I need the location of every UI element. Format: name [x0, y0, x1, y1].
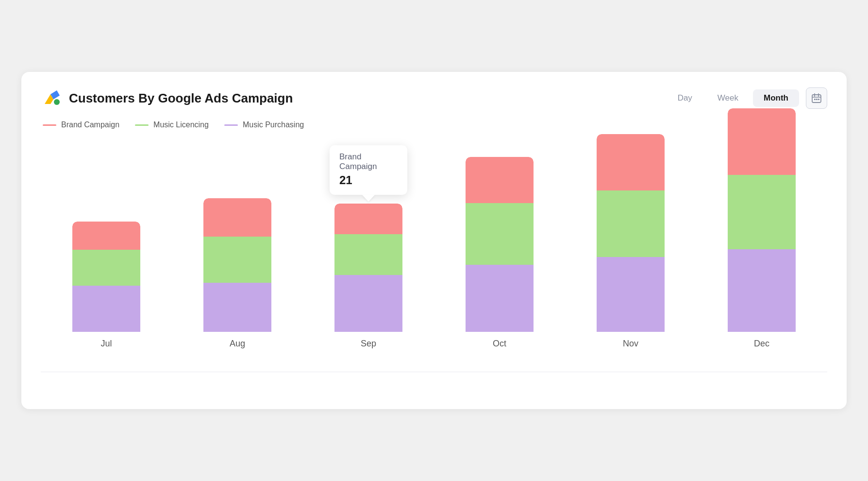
bar-month-label: Aug	[230, 339, 245, 349]
chart-legend: Brand Campaign Music Licencing Music Pur…	[41, 120, 827, 129]
bar-group: Brand Campaign 21 Sep	[303, 143, 434, 349]
legend-brand-label: Brand Campaign	[61, 120, 119, 129]
tooltip: Brand Campaign 21	[330, 145, 407, 195]
bar-month-label: Oct	[493, 339, 506, 349]
month-button[interactable]: Month	[753, 89, 799, 107]
bar-month-label: Dec	[754, 339, 769, 349]
bar-group: Aug	[172, 143, 303, 349]
chart-card: Customers By Google Ads Campaign Day Wee…	[21, 72, 847, 409]
svg-rect-6	[816, 99, 818, 100]
legend-brand-color	[43, 124, 56, 126]
bar-month-label: Jul	[100, 339, 112, 349]
axis-line	[41, 372, 827, 373]
header-left: Customers By Google Ads Campaign	[41, 87, 293, 109]
day-button[interactable]: Day	[667, 89, 703, 107]
legend-licensing: Music Licencing	[135, 120, 209, 129]
header-right: Day Week Month	[667, 87, 827, 109]
bars-container: Jul Aug Brand Campaign 21 Sep	[41, 143, 827, 372]
bar-group: Nov	[565, 143, 696, 349]
legend-purchasing-label: Music Purchasing	[243, 120, 304, 129]
google-ads-logo	[41, 87, 62, 109]
legend-licensing-label: Music Licencing	[153, 120, 209, 129]
calendar-icon	[811, 93, 822, 103]
week-button[interactable]: Week	[707, 89, 749, 107]
svg-rect-7	[818, 99, 819, 100]
tooltip-value: 21	[339, 173, 398, 187]
legend-purchasing-color	[224, 124, 238, 126]
calendar-button[interactable]	[806, 87, 827, 109]
svg-point-0	[54, 99, 60, 105]
bar-group: Jul	[41, 143, 172, 349]
chart-header: Customers By Google Ads Campaign Day Wee…	[41, 87, 827, 109]
page-title: Customers By Google Ads Campaign	[69, 91, 293, 106]
legend-brand: Brand Campaign	[43, 120, 119, 129]
bar-month-label: Sep	[361, 339, 376, 349]
bar-month-label: Nov	[623, 339, 638, 349]
bar-group: Oct	[434, 143, 565, 349]
bar-group: Dec	[696, 143, 827, 349]
tooltip-label: Brand Campaign	[339, 152, 398, 172]
svg-rect-5	[814, 99, 816, 100]
legend-licensing-color	[135, 124, 149, 126]
legend-purchasing: Music Purchasing	[224, 120, 304, 129]
chart-area: Jul Aug Brand Campaign 21 Sep	[41, 143, 827, 395]
